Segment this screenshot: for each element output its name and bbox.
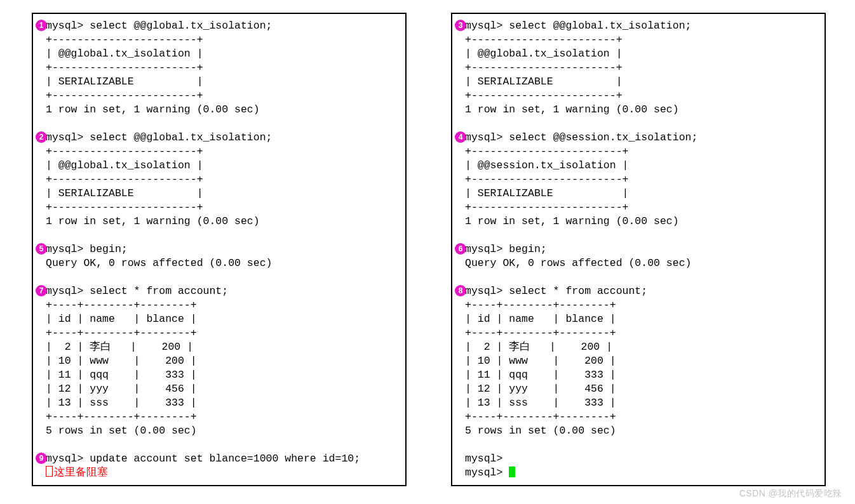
terminal-line: 5 rows in set (0.00 sec): [46, 424, 398, 438]
terminal-line: | @@global.tx_isolation |: [46, 159, 398, 173]
terminal-line: | 10 | www | 200 |: [46, 354, 398, 368]
terminal-line: mysql> begin;5: [46, 242, 398, 256]
terminal-line: [46, 438, 398, 452]
terminal-line: +----+--------+--------+: [465, 410, 817, 424]
terminal-line: | 12 | yyy | 456 |: [465, 382, 817, 396]
terminal-line: | SERIALIZABLE |: [465, 75, 817, 89]
terminal-line: | SERIALIZABLE |: [465, 187, 817, 201]
terminal-line: | 12 | yyy | 456 |: [46, 382, 398, 396]
terminal-line: | @@global.tx_isolation |: [465, 47, 817, 61]
terminal-line: | 2 | 李白 | 200 |: [465, 340, 817, 354]
terminal-line: 1 row in set, 1 warning (0.00 sec): [46, 103, 398, 117]
terminal-line: | 2 | 李白 | 200 |: [46, 340, 398, 354]
terminal-line: +----+--------+--------+: [465, 326, 817, 340]
terminal-line: [46, 117, 398, 131]
terminal-line: [465, 229, 817, 242]
terminal-line: | SERIALIZABLE |: [46, 75, 398, 89]
terminal-line: mysql> select @@global.tx_isolation;3: [465, 19, 817, 33]
terminal-line: mysql> begin;6: [465, 242, 817, 256]
step-badge: 2: [36, 131, 47, 143]
terminal-line: | @@global.tx_isolation |: [46, 47, 398, 61]
terminal-line: mysql> update account set blance=1000 wh…: [46, 452, 398, 466]
terminal-line: [465, 438, 817, 452]
terminal-line: | id | name | blance |: [465, 312, 817, 326]
terminal-line: 1 row in set, 1 warning (0.00 sec): [465, 103, 817, 117]
terminal-line: +------------------------+: [465, 173, 817, 187]
terminal-right: mysql> select @@global.tx_isolation;3+--…: [451, 13, 826, 486]
terminal-line: [465, 270, 817, 284]
step-badge: 1: [36, 20, 47, 31]
terminal-line: +-----------------------+: [46, 173, 398, 187]
terminal-line: +----+--------+--------+: [46, 326, 398, 340]
marker-icon: [46, 466, 53, 477]
terminal-line: 5 rows in set (0.00 sec): [465, 424, 817, 438]
terminal-line: | 13 | sss | 333 |: [465, 396, 817, 410]
step-badge: 6: [455, 243, 466, 255]
terminal-line: Query OK, 0 rows affected (0.00 sec): [465, 256, 817, 270]
terminal-line: +----+--------+--------+: [46, 410, 398, 424]
terminal-line: +------------------------+: [465, 201, 817, 215]
terminal-line: mysql> select * from account;7: [46, 284, 398, 298]
terminal-line: | SERIALIZABLE |: [46, 187, 398, 201]
terminal-line: Query OK, 0 rows affected (0.00 sec): [46, 256, 398, 270]
terminal-line: | 13 | sss | 333 |: [46, 396, 398, 410]
terminal-line: | 11 | qqq | 333 |: [465, 368, 817, 382]
terminal-line: mysql> select * from account;8: [465, 284, 817, 298]
terminal-line: +-----------------------+: [46, 201, 398, 215]
terminal-line: mysql> select @@global.tx_isolation;1: [46, 19, 398, 33]
terminal-line: +-----------------------+: [46, 145, 398, 159]
terminal-line: +-----------------------+: [46, 33, 398, 47]
terminal-line: mysql>: [465, 466, 817, 480]
terminal-line: | @@session.tx_isolation |: [465, 159, 817, 173]
cursor-icon: [509, 467, 515, 477]
terminal-line: mysql> select @@global.tx_isolation;2: [46, 131, 398, 145]
terminal-line: 1 row in set, 1 warning (0.00 sec): [46, 215, 398, 229]
terminal-line: | 10 | www | 200 |: [465, 354, 817, 368]
terminal-line: [465, 117, 817, 131]
step-badge: 5: [36, 243, 47, 255]
step-badge: 8: [455, 285, 466, 296]
watermark: CSDN @我的代码爱吃辣: [739, 486, 842, 499]
terminal-line: +-----------------------+: [46, 61, 398, 75]
terminal-line: +----+--------+--------+: [46, 298, 398, 312]
terminal-line: mysql> select @@session.tx_isolation;4: [465, 131, 817, 145]
terminal-line: [46, 229, 398, 242]
terminal-line: 1 row in set, 1 warning (0.00 sec): [465, 215, 817, 229]
terminal-line: +----+--------+--------+: [465, 298, 817, 312]
terminal-line: +-----------------------+: [465, 89, 817, 103]
blocking-note: 这里备阻塞: [46, 466, 398, 480]
terminal-left: mysql> select @@global.tx_isolation;1+--…: [32, 13, 407, 486]
terminal-line: +-----------------------+: [465, 33, 817, 47]
terminal-line: [46, 270, 398, 284]
step-badge: 4: [455, 131, 466, 143]
step-badge: 9: [36, 453, 47, 464]
terminal-line: +-----------------------+: [46, 89, 398, 103]
step-badge: 3: [455, 20, 466, 31]
terminal-line: +------------------------+: [465, 145, 817, 159]
terminal-line: | id | name | blance |: [46, 312, 398, 326]
terminal-line: +-----------------------+: [465, 61, 817, 75]
terminal-line: | 11 | qqq | 333 |: [46, 368, 398, 382]
terminal-line: mysql>: [465, 452, 817, 466]
step-badge: 7: [36, 285, 47, 296]
